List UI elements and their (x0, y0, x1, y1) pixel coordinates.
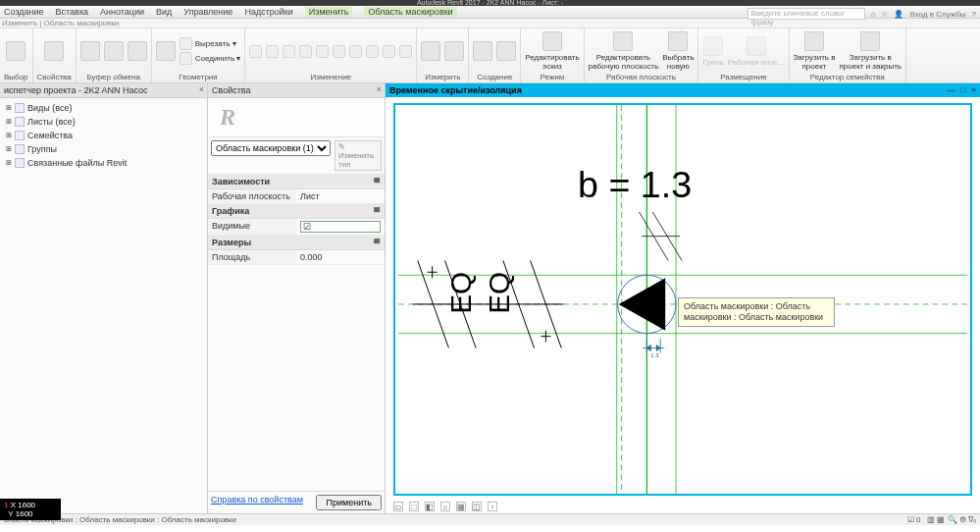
ribbon-button[interactable]: Загрузить впроект (794, 31, 836, 71)
top-right-controls: Введите ключевое слово/фразу ⌂ ☆ 👤 Вход … (748, 8, 976, 20)
ribbon-tool-icon[interactable] (349, 45, 362, 58)
type-image: R (208, 98, 385, 137)
prop-section-header[interactable]: Размеры⯀ (208, 236, 385, 250)
tree-node-icon (15, 158, 25, 168)
menu-manage[interactable]: Управление (183, 7, 232, 17)
ribbon-tool-icon[interactable] (44, 41, 64, 61)
ribbon-tool-icon[interactable] (128, 41, 147, 61)
props-close-icon[interactable]: × (377, 84, 382, 94)
canvas-area: Временное скрытие/изоляция — □ × (386, 83, 980, 513)
ribbon-group-свойства: Свойства (33, 28, 77, 82)
ribbon-tool-icon[interactable] (473, 41, 492, 61)
apply-button[interactable]: Применить (316, 495, 382, 510)
ribbon-item[interactable]: Вырезать ▾ (180, 37, 241, 50)
reveal-icon[interactable]: ◫ (472, 502, 482, 511)
ribbon-tool-icon[interactable] (6, 41, 26, 61)
ribbon-group-изменение: Изменение (245, 28, 417, 82)
signin-label[interactable]: Вход в Службы (909, 10, 965, 19)
prop-key: Видимые (208, 219, 296, 235)
prop-key: Рабочая плоскость (208, 189, 296, 203)
sun-icon[interactable]: ☼ (440, 502, 450, 511)
scale-icon[interactable]: ▭ (393, 502, 403, 511)
prop-value[interactable]: Лист (296, 189, 385, 203)
news-icon[interactable]: ⌂ (871, 10, 876, 19)
menu-view[interactable]: Вид (156, 7, 172, 17)
element-tooltip: Область маскировки : Область маскировки … (678, 297, 835, 327)
ribbon-button[interactable]: Выбратьновую (662, 31, 694, 71)
prop-value[interactable]: ☑ (296, 219, 385, 235)
signin-icon[interactable]: 👤 (894, 10, 903, 19)
menu-mask-region[interactable]: Область маскировки (364, 7, 456, 17)
menu-modify[interactable]: Изменить (305, 7, 353, 17)
tree-node-icon (15, 131, 25, 140)
svg-marker-25 (656, 346, 660, 351)
ribbon-tool-icon[interactable] (266, 45, 279, 58)
ribbon-group-измерить: Измерить (417, 28, 469, 82)
props-help-link[interactable]: Справка по свойствам (211, 495, 303, 510)
ribbon-tool-icon[interactable] (316, 45, 329, 58)
dimension-value[interactable]: 1.3 (650, 352, 659, 358)
ribbon-tool-icon[interactable] (421, 41, 440, 61)
view-control-bar[interactable]: ▭ □ ◧ ☼ ▦ ◫ ‹ (393, 502, 497, 511)
menu-addins[interactable]: Надстройки (244, 7, 292, 17)
menu-annotate[interactable]: Аннотации (100, 7, 144, 17)
eq-label-1: EQ (444, 272, 477, 314)
tree-node-icon (15, 103, 25, 113)
edit-type-button[interactable]: ✎ Изменить тип (335, 140, 382, 171)
drawing-canvas[interactable]: EQ EQ 1.3 b = 1.3 (393, 103, 972, 496)
project-tree[interactable]: ⊞Виды (все)⊞Листы (все)⊞Семейства⊞Группы… (0, 98, 207, 173)
detail-icon[interactable]: □ (409, 502, 419, 511)
ribbon-tool-icon[interactable] (283, 45, 295, 58)
ribbon-button[interactable]: Загрузить впроект и закрыть (840, 31, 903, 71)
prop-section-header[interactable]: Графика⯀ (208, 204, 385, 219)
ribbon-tool-icon[interactable] (80, 41, 100, 61)
window-close-icon[interactable]: × (971, 85, 976, 94)
window-min-icon[interactable]: — (947, 85, 954, 94)
tree-item[interactable]: ⊞Листы (все) (6, 115, 201, 129)
chevron-left-icon[interactable]: ‹ (488, 502, 497, 511)
prop-key: Площадь (208, 250, 296, 264)
menu-create[interactable]: Создание (4, 7, 44, 17)
ribbon-group-редактор-семейства: Загрузить впроектЗагрузить впроект и зак… (790, 28, 907, 82)
context-tab-row: Изменить | Область маскировки (0, 19, 980, 28)
window-max-icon[interactable]: □ (960, 85, 965, 94)
ribbon-tool-icon[interactable] (496, 41, 516, 61)
menu-insert[interactable]: Вставка (56, 7, 88, 17)
search-input[interactable]: Введите ключевое слово/фразу (748, 8, 865, 20)
tree-item[interactable]: ⊞Группы (6, 142, 201, 156)
ribbon-button: Рабочая плос... (728, 36, 785, 67)
ribbon-group-label: Изменение (249, 73, 412, 81)
project-browser-panel: испетчер проекта - 2K2 ANN Насос × ⊞Виды… (0, 83, 208, 513)
ribbon-group-label: Геометрия (156, 73, 241, 81)
ribbon-tool-icon[interactable] (383, 45, 395, 58)
ribbon-group-label: Измерить (421, 73, 464, 81)
ribbon-tool-icon[interactable] (399, 45, 412, 58)
tree-item[interactable]: ⊞Семейства (6, 129, 201, 142)
ribbon-group-label: Режим (525, 73, 579, 81)
browser-close-icon[interactable]: × (199, 84, 204, 94)
ribbon-tool-icon[interactable] (299, 45, 312, 58)
tree-item[interactable]: ⊞Связанные файлы Revit (6, 156, 201, 170)
eq-label-2: EQ (483, 272, 515, 314)
type-selector[interactable]: Область маскировки (1) (211, 140, 331, 156)
visual-icon[interactable]: ◧ (425, 502, 435, 511)
prop-section-header[interactable]: Зависимости⯀ (208, 175, 385, 189)
ribbon-item[interactable]: Соединить ▾ (180, 52, 241, 65)
ribbon-tool-icon[interactable] (366, 45, 379, 58)
svg-marker-8 (619, 278, 666, 330)
star-icon[interactable]: ☆ (881, 10, 888, 19)
props-title: Свойства × (208, 83, 385, 98)
ribbon-tool-icon[interactable] (444, 41, 464, 61)
ribbon-group-геометрия: Вырезать ▾Соединить ▾Геометрия (152, 28, 246, 82)
status-right: ☑ 0 ▥ ▦ 🔍 ⚙ ∇₀ (907, 515, 976, 524)
ribbon-button[interactable]: Редактироватьрабочую плоскость (589, 31, 659, 71)
ribbon-button[interactable]: Редактироватьэскиз (525, 31, 579, 71)
tree-item[interactable]: ⊞Виды (все) (6, 101, 201, 115)
help-icon[interactable]: ? (972, 10, 976, 19)
prop-value[interactable]: 0.000 (296, 250, 385, 264)
ribbon-tool-icon[interactable] (104, 41, 124, 61)
ribbon-group-label: Свойства (37, 73, 72, 81)
ribbon-tool-icon[interactable] (249, 45, 262, 58)
crop-icon[interactable]: ▦ (456, 502, 466, 511)
ribbon-tool-icon[interactable] (333, 45, 345, 58)
